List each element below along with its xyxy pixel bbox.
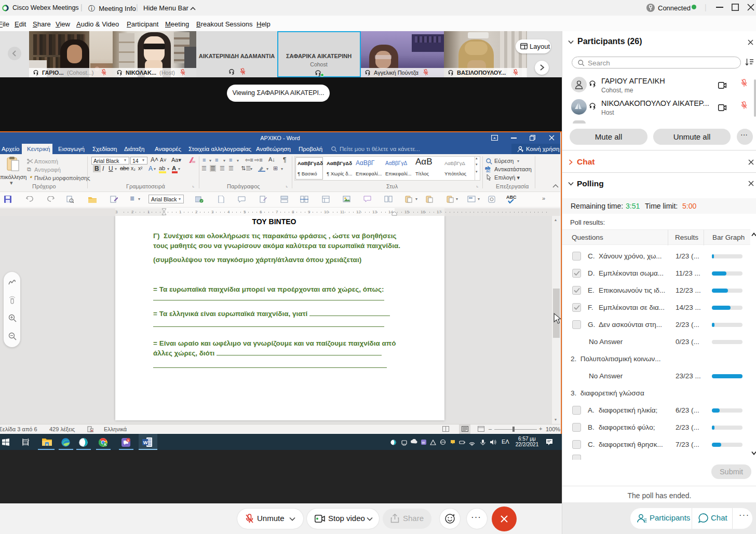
svg-text:K: K	[104, 443, 107, 446]
svg-text:ac: ac	[486, 169, 490, 172]
svg-text:W: W	[143, 440, 148, 445]
svg-text:w: w	[422, 440, 425, 445]
